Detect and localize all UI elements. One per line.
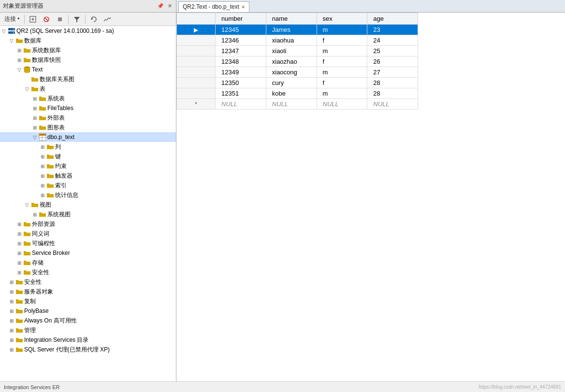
cell-age-5[interactable]: 28 (367, 78, 418, 88)
expand-icon-tables[interactable]: ▽ (23, 85, 31, 93)
expand-icon-graph-tables[interactable]: ⊞ (31, 124, 39, 131)
tree-item-security-db[interactable]: ⊞安全性 (0, 267, 176, 277)
cell-age-0[interactable]: 23 (367, 25, 418, 35)
expand-icon-management[interactable]: ⊞ (8, 326, 15, 334)
expand-icon-ext-tables[interactable]: ⊞ (31, 114, 39, 122)
expand-icon-server-objects[interactable]: ⊞ (8, 288, 15, 295)
tree-item-columns[interactable]: ⊞列 (0, 142, 176, 152)
expand-icon-statistics[interactable]: ⊞ (39, 191, 46, 199)
cell-age-1[interactable]: 24 (367, 35, 418, 46)
tree-item-ext-resources[interactable]: ⊞外部资源 (0, 219, 176, 229)
expand-icon-polybase[interactable]: ⊞ (8, 307, 15, 315)
expand-icon-columns[interactable]: ⊞ (39, 143, 46, 151)
expand-icon-text-db[interactable]: ▽ (15, 66, 23, 73)
tree-item-indexes[interactable]: ⊞索引 (0, 181, 176, 190)
refresh-button[interactable] (87, 14, 100, 25)
tree-item-sys-tables[interactable]: ⊞系统表 (0, 94, 176, 103)
expand-icon-security-db[interactable]: ⊞ (15, 268, 23, 276)
cell-sex-0[interactable]: m (317, 25, 367, 35)
new-query-button[interactable] (27, 14, 39, 25)
tree-item-databases[interactable]: ▽数据库 (0, 36, 176, 45)
cell-number-7[interactable]: NULL (216, 99, 266, 110)
cell-sex-2[interactable]: m (317, 46, 367, 56)
tree-item-views[interactable]: ▽视图 (0, 200, 176, 210)
tree-item-graph-tables[interactable]: ⊞图形表 (0, 123, 176, 132)
table-row[interactable]: 12346xiaohuaf24 (177, 35, 418, 46)
expand-icon-storage[interactable]: ⊞ (15, 259, 23, 266)
expand-icon-programmability[interactable]: ⊞ (15, 239, 23, 247)
tree-item-constraints[interactable]: ⊞约束 (0, 161, 176, 171)
cell-number-0[interactable]: 12345 (216, 25, 266, 35)
connect-button[interactable]: 连接 • (2, 14, 22, 25)
cell-sex-1[interactable]: f (317, 35, 367, 46)
tree-item-integration[interactable]: ⊞Integration Services 目录 (0, 335, 176, 345)
data-tab[interactable]: QR2.Text - dbo.p_text ✕ (178, 1, 249, 12)
expand-icon-synonyms[interactable]: ⊞ (15, 230, 23, 238)
tree-item-service-broker[interactable]: ⊞Service Broker (0, 248, 176, 258)
cell-age-4[interactable]: 27 (367, 67, 418, 78)
col-name-header[interactable]: name (266, 13, 317, 25)
tree-item-programmability[interactable]: ⊞可编程性 (0, 238, 176, 248)
tree-item-synonyms[interactable]: ⊞同义词 (0, 229, 176, 238)
tree-item-sys-db[interactable]: ⊞系统数据库 (0, 45, 176, 55)
cell-name-3[interactable]: xiaozhao (266, 56, 317, 67)
expand-icon-constraints[interactable]: ⊞ (39, 162, 46, 170)
table-row[interactable]: 12351kobem28 (177, 88, 418, 99)
tree-item-sql-agent[interactable]: ⊞SQL Server 代理(已禁用代理 XP) (0, 345, 176, 354)
expand-icon-sql-agent[interactable]: ⊞ (8, 346, 15, 353)
expand-icon-ext-resources[interactable]: ⊞ (15, 220, 23, 228)
tree-item-replication[interactable]: ⊞复制 (0, 296, 176, 306)
tree-item-file-tables[interactable]: ⊞FileTables (0, 103, 176, 113)
col-age-header[interactable]: age (367, 13, 418, 25)
expand-icon-views[interactable]: ▽ (23, 201, 31, 209)
table-row[interactable]: ▶12345Jamesm23 (177, 25, 418, 35)
table-row[interactable]: 12350curyf28 (177, 78, 418, 88)
tree-item-statistics[interactable]: ⊞统计信息 (0, 190, 176, 200)
expand-icon-sys-tables[interactable]: ⊞ (31, 95, 39, 102)
cell-number-3[interactable]: 12348 (216, 56, 266, 67)
cell-name-7[interactable]: NULL (266, 99, 317, 110)
tree-item-dbo-p-text[interactable]: ▽dbo.p_text (0, 132, 176, 142)
expand-icon-sys-views[interactable]: ⊞ (31, 210, 39, 218)
tree-item-security[interactable]: ⊞安全性 (0, 277, 176, 287)
expand-icon-replication[interactable]: ⊞ (8, 297, 15, 305)
expand-icon-file-tables[interactable]: ⊞ (31, 104, 39, 112)
tree-item-ext-tables[interactable]: ⊞外部表 (0, 113, 176, 123)
cell-number-1[interactable]: 12346 (216, 35, 266, 46)
tree-item-db-snap[interactable]: ⊞数据库快照 (0, 55, 176, 65)
expand-icon-db-snap[interactable]: ⊞ (15, 56, 23, 64)
expand-icon-service-broker[interactable]: ⊞ (15, 249, 23, 257)
tree-item-storage[interactable]: ⊞存储 (0, 258, 176, 267)
tree-item-alwayson[interactable]: ⊞Always On 高可用性 (0, 316, 176, 325)
tree-item-management[interactable]: ⊞管理 (0, 325, 176, 335)
activity-monitor-button[interactable] (101, 14, 114, 25)
tree-item-sys-views[interactable]: ⊞系统视图 (0, 210, 176, 219)
table-row[interactable]: 12349xiaocongm27 (177, 67, 418, 78)
cell-number-5[interactable]: 12350 (216, 78, 266, 88)
cell-number-2[interactable]: 12347 (216, 46, 266, 56)
pin-icon[interactable]: 📌 (156, 3, 165, 9)
cell-age-2[interactable]: 25 (367, 46, 418, 56)
expand-icon-security[interactable]: ⊞ (8, 278, 15, 286)
cell-name-5[interactable]: cury (266, 78, 317, 88)
stop-button[interactable] (54, 14, 66, 25)
cell-name-0[interactable]: James (266, 25, 317, 35)
tree-item-tables[interactable]: ▽表 (0, 84, 176, 94)
tree-item-keys[interactable]: ⊞键 (0, 152, 176, 161)
expand-icon-root[interactable]: ▽ (0, 27, 8, 35)
cell-sex-7[interactable]: NULL (317, 99, 367, 110)
tree-item-root[interactable]: ▽QR2 (SQL Server 14.0.1000.169 - sa) (0, 26, 176, 36)
filter-button[interactable] (71, 14, 83, 25)
table-row[interactable]: 12348xiaozhaof26 (177, 56, 418, 67)
cell-name-6[interactable]: kobe (266, 88, 317, 99)
table-row[interactable]: *NULLNULLNULLNULL (177, 99, 418, 110)
tree-item-server-objects[interactable]: ⊞服务器对象 (0, 287, 176, 296)
cell-sex-3[interactable]: f (317, 56, 367, 67)
tree-item-polybase[interactable]: ⊞PolyBase (0, 306, 176, 316)
cell-sex-5[interactable]: f (317, 78, 367, 88)
expand-icon-sys-db[interactable]: ⊞ (15, 46, 23, 54)
col-number-header[interactable]: number (216, 13, 266, 25)
cell-name-4[interactable]: xiaocong (266, 67, 317, 78)
expand-icon-keys[interactable]: ⊞ (39, 153, 46, 160)
expand-icon-indexes[interactable]: ⊞ (39, 182, 46, 189)
